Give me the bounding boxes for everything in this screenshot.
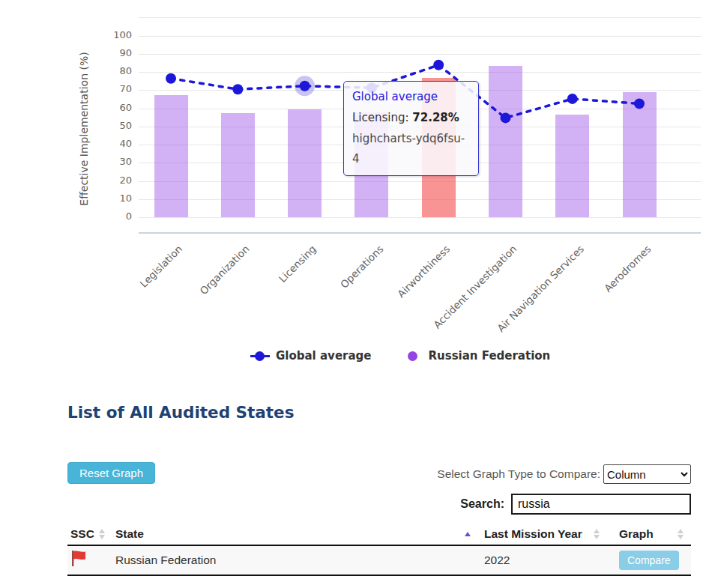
line-series-marker-icon [250, 351, 270, 361]
bar-aerodromes[interactable] [623, 92, 657, 217]
column-header-graph[interactable]: Graph [607, 527, 691, 541]
ssc-cell [67, 550, 112, 571]
column-series-marker-icon [403, 351, 423, 361]
search-input[interactable] [511, 494, 691, 515]
page-title: List of All Audited States [67, 403, 294, 422]
line-point-air-navigation-services[interactable] [567, 94, 578, 104]
chart-tooltip: Global average Licensing: 72.28% highcha… [343, 81, 479, 176]
y-tick-100: 100 [90, 29, 132, 40]
bar-accident-investigation[interactable] [489, 66, 522, 217]
y-tick-30: 30 [90, 156, 132, 167]
state-cell: Russian Federation [112, 554, 478, 567]
y-tick-20: 20 [90, 175, 132, 186]
column-header-last-mission-year[interactable]: Last Mission Year [478, 527, 607, 541]
ei-chart: Effective Implementation (%) Global aver… [0, 0, 706, 375]
table-header-row: SSC State Last Mission Year Graph [67, 523, 691, 546]
y-tick-40: 40 [90, 138, 132, 149]
sort-icon [594, 529, 600, 539]
y-tick-60: 60 [90, 102, 132, 113]
y-tick-10: 10 [90, 193, 132, 204]
tooltip-point-label: Licensing: [352, 111, 412, 124]
column-header-label: Graph [619, 527, 654, 541]
legend-label: Russian Federation [429, 349, 551, 363]
audited-states-table: SSC State Last Mission Year Graph [67, 523, 691, 576]
x-axis-line [139, 232, 701, 234]
legend-item-russian-federation[interactable]: Russian Federation [403, 349, 551, 363]
bar-air-navigation-services[interactable] [555, 115, 589, 217]
chart-legend: Global average Russian Federation [250, 349, 550, 363]
hover-halo [295, 76, 315, 96]
audit-results-page: Effective Implementation (%) Global aver… [0, 0, 706, 588]
plot-area: Global average Licensing: 72.28% highcha… [139, 17, 701, 234]
sort-icon [99, 529, 105, 539]
column-header-label: SSC [70, 527, 94, 541]
graph-type-control: Select Graph Type to Compare: Column [437, 464, 691, 484]
bar-licensing[interactable] [288, 109, 322, 217]
gridline-80 [139, 72, 701, 73]
y-tick-90: 90 [90, 47, 132, 58]
graph-cell: Compare [607, 551, 691, 570]
reset-graph-button[interactable]: Reset Graph [67, 462, 155, 484]
x-label-operations: Operations [337, 243, 385, 291]
bar-legislation[interactable] [154, 95, 188, 217]
column-header-label: Last Mission Year [484, 527, 582, 541]
legend-label: Global average [276, 349, 372, 363]
line-point-airworthiness[interactable] [433, 60, 444, 70]
y-tick-80: 80 [90, 65, 132, 76]
x-label-legislation: Legislation [138, 243, 185, 290]
x-label-airworthiness: Airworthiness [395, 243, 452, 300]
y-axis-title: Effective Implementation (%) [78, 52, 90, 205]
tooltip-extra-text: highcharts-ydq6fsu-4 [352, 129, 470, 171]
last-mission-year-cell: 2022 [478, 554, 607, 567]
x-label-organization: Organization [197, 243, 251, 297]
x-label-licensing: Licensing [277, 243, 319, 285]
tooltip-series-name: Global average [352, 87, 470, 108]
plot-top-border [139, 17, 701, 18]
table-row: Russian Federation 2022 Compare [67, 546, 691, 576]
y-tick-50: 50 [90, 120, 132, 131]
x-label-aerodromes: Aerodromes [601, 243, 653, 294]
search-control: Search: [460, 494, 691, 515]
sort-ascending-icon [465, 532, 471, 536]
y-tick-0: 0 [90, 210, 132, 222]
legend-item-global-average[interactable]: Global average [250, 349, 372, 363]
tooltip-point-number: 72.28% [412, 111, 459, 124]
column-header-ssc[interactable]: SSC [67, 527, 112, 541]
red-flag-icon [70, 550, 87, 568]
graph-type-select[interactable]: Column [603, 464, 691, 484]
bar-organization[interactable] [221, 113, 255, 217]
search-label: Search: [460, 497, 504, 511]
compare-button[interactable]: Compare [619, 551, 679, 570]
x-axis-labels: LegislationOrganizationLicensingOperatio… [139, 243, 701, 355]
column-header-label: State [115, 527, 144, 541]
column-header-state[interactable]: State [112, 527, 478, 541]
y-tick-70: 70 [90, 83, 132, 94]
tooltip-point-value: Licensing: 72.28% [352, 108, 470, 129]
gridline-0 [139, 217, 701, 218]
graph-type-label: Select Graph Type to Compare: [437, 467, 600, 481]
line-point-legislation[interactable] [166, 73, 176, 84]
gridline-100 [139, 36, 701, 37]
gridline-90 [139, 54, 701, 55]
sort-icon [678, 529, 684, 539]
